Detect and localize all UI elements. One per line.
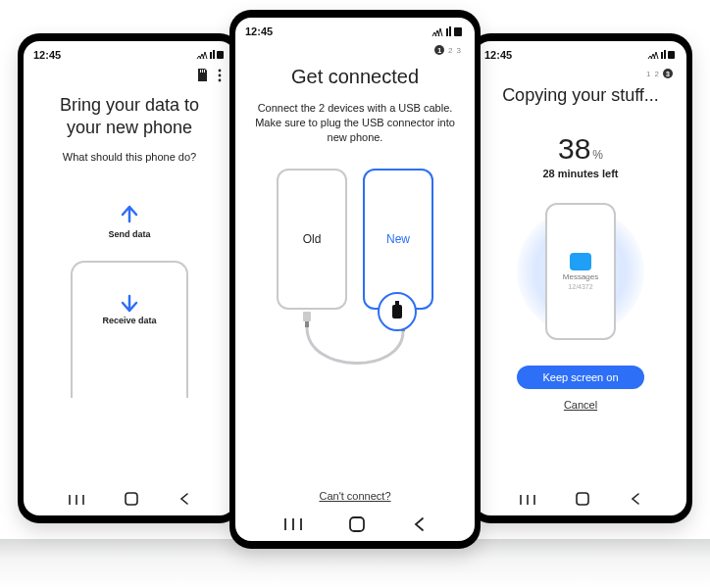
nav-back-icon[interactable] (178, 492, 190, 510)
messages-icon (570, 253, 591, 270)
nav-home-icon[interactable] (125, 492, 138, 510)
page-title: Bring your data to your new phone (60, 94, 199, 138)
nav-back-icon[interactable] (412, 516, 426, 536)
arrow-down-icon (118, 292, 141, 316)
svg-rect-5 (204, 70, 205, 73)
nav-recents-icon[interactable] (284, 517, 302, 535)
svg-rect-24 (305, 321, 309, 327)
svg-rect-19 (577, 493, 588, 505)
svg-rect-23 (303, 312, 311, 321)
svg-rect-1 (213, 50, 215, 59)
nav-back-icon[interactable] (630, 492, 641, 510)
clock: 12:45 (33, 49, 61, 61)
old-phone-label: Old (303, 232, 322, 246)
time-remaining: 28 minutes left (542, 168, 618, 179)
nav-recents-icon[interactable] (69, 492, 84, 510)
clock: 12:45 (484, 49, 512, 61)
step-indicator: 1 2 3 (434, 45, 465, 55)
step-2: 2 (655, 70, 659, 78)
svg-rect-4 (202, 70, 203, 73)
cancel-link[interactable]: Cancel (564, 399, 597, 411)
svg-rect-22 (454, 27, 462, 36)
status-icons (196, 50, 226, 60)
connection-illustration: Old New (262, 169, 448, 310)
nav-home-icon[interactable] (576, 492, 589, 510)
progress-percent: 38% (558, 132, 603, 166)
sd-card-icon[interactable] (196, 69, 208, 86)
svg-rect-2 (217, 51, 224, 59)
status-icons (647, 50, 677, 60)
svg-point-8 (219, 79, 222, 82)
current-item-count: 12/4372 (568, 283, 592, 290)
arrow-up-icon (118, 202, 141, 225)
nav-recents-icon[interactable] (520, 492, 535, 510)
clock: 12:45 (245, 25, 273, 37)
step-1-active: 1 (434, 45, 444, 55)
receive-label: Receive data (102, 316, 156, 325)
android-nav-bar (235, 512, 475, 541)
more-icon[interactable] (218, 69, 222, 86)
svg-rect-15 (668, 51, 675, 59)
step-indicator: 1 2 3 (646, 69, 677, 78)
progress-illustration: Messages 12/4372 (512, 193, 649, 350)
svg-rect-13 (661, 52, 663, 59)
usb-connector-icon (378, 292, 417, 331)
status-bar: 12:45 (24, 41, 235, 63)
step-1: 1 (646, 70, 650, 78)
page-title: Get connected (291, 65, 419, 89)
phone-copying: 12:45 1 2 3 Copying your stuff... (469, 33, 692, 523)
old-phone-illustration: Old (277, 169, 347, 310)
page-subtitle: Connect the 2 devices with a USB cable. … (245, 101, 465, 145)
receive-data-option[interactable]: Receive data (71, 261, 188, 398)
send-label: Send data (108, 229, 150, 239)
keep-screen-on-button[interactable]: Keep screen on (517, 366, 643, 389)
status-bar: 12:45 (235, 18, 475, 39)
page-subtitle: What should this phone do? (63, 150, 196, 165)
svg-point-6 (219, 70, 222, 73)
page-title: Copying your stuff... (502, 84, 659, 107)
svg-rect-0 (210, 52, 212, 59)
svg-rect-3 (200, 70, 201, 73)
new-phone-illustration: New (363, 169, 433, 310)
step-3: 3 (457, 46, 461, 55)
phone-illustration: Messages 12/4372 (545, 203, 616, 340)
svg-rect-21 (449, 26, 451, 36)
android-nav-bar (24, 486, 235, 515)
step-2: 2 (448, 46, 452, 55)
svg-rect-14 (664, 50, 666, 59)
svg-point-7 (219, 74, 222, 77)
phone-smart-switch-role: 12:45 (18, 33, 241, 523)
android-nav-bar (475, 486, 686, 515)
phone-get-connected: 12:45 1 2 3 Get connected Conn (229, 10, 481, 549)
cant-connect-link[interactable]: Can't connect? (319, 490, 390, 502)
svg-rect-20 (446, 28, 448, 36)
status-bar: 12:45 (475, 41, 686, 63)
svg-rect-30 (350, 517, 364, 531)
new-phone-label: New (386, 232, 410, 246)
send-data-option[interactable]: Send data (108, 202, 150, 239)
status-icons (431, 26, 465, 37)
step-3-active: 3 (663, 69, 673, 78)
svg-rect-12 (126, 493, 137, 505)
nav-home-icon[interactable] (349, 516, 365, 536)
